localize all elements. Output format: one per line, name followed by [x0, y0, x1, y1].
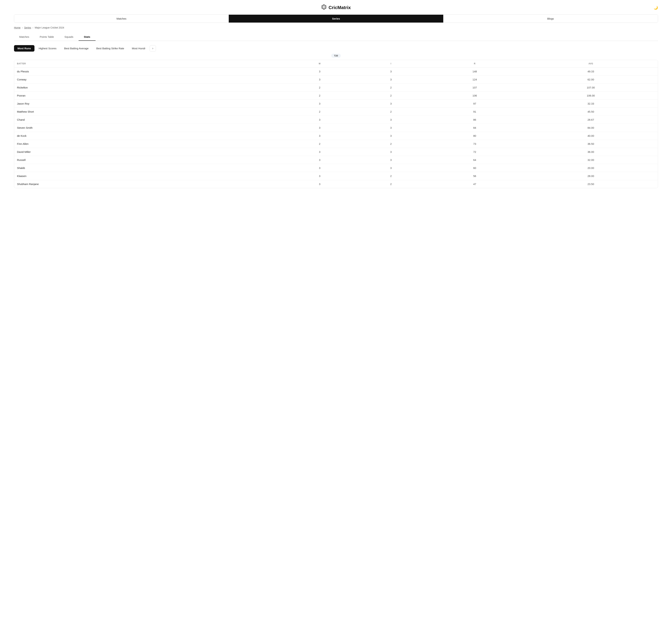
sub-nav-squads[interactable]: Squads [59, 33, 78, 41]
batter-name: Klaasen [14, 172, 283, 180]
dark-mode-icon[interactable]: 🌙 [654, 6, 658, 10]
table-row: Shubham Ranjane324723.50 [14, 180, 658, 188]
matches-val: 3 [283, 68, 356, 76]
innings-val: 3 [356, 148, 426, 156]
innings-val: 2 [356, 108, 426, 116]
avg-val: 28.67 [524, 116, 658, 124]
runs-val: 73 [426, 140, 524, 148]
stats-tab-highest-scores[interactable]: Highest Scores [35, 45, 60, 52]
runs-val: 80 [426, 132, 524, 140]
stats-tabs: Most Runs Highest Scores Best Batting Av… [14, 45, 658, 52]
batter-name: Matthew Short [14, 108, 283, 116]
nav-tabs: Matches Series Blogs [14, 14, 658, 23]
stats-table-container: BATTER M I R AVG du Plessis3314849.33Con… [14, 60, 658, 188]
col-r: R [426, 60, 524, 68]
col-avg: AVG [524, 60, 658, 68]
header: CricMatrix 🌙 [0, 0, 672, 14]
batter-name: Jason Roy [14, 100, 283, 108]
avg-val: 45.50 [524, 108, 658, 116]
avg-val: 106.00 [524, 92, 658, 100]
batter-name: Steven Smith [14, 124, 283, 132]
matches-val: 3 [283, 76, 356, 84]
sub-nav-points-table[interactable]: Points Table [35, 33, 59, 41]
avg-val: 49.33 [524, 68, 658, 76]
sub-nav-stats[interactable]: Stats [78, 33, 96, 41]
svg-marker-1 [323, 6, 325, 8]
matches-val: 2 [283, 84, 356, 92]
nav-tab-matches[interactable]: Matches [14, 15, 229, 22]
nav-tab-blogs[interactable]: Blogs [443, 15, 658, 22]
batter-name: Conway [14, 76, 283, 84]
batter-name: Chand [14, 116, 283, 124]
matches-val: 3 [283, 180, 356, 188]
avg-val: 20.00 [524, 164, 658, 172]
matches-val: 2 [283, 140, 356, 148]
table-row: Rickelton22107107.00 [14, 84, 658, 92]
runs-val: 47 [426, 180, 524, 188]
runs-val: 72 [426, 148, 524, 156]
innings-val: 3 [356, 116, 426, 124]
table-row: Pooran22106106.00 [14, 92, 658, 100]
table-row: Klaasen325628.00 [14, 172, 658, 180]
runs-val: 124 [426, 76, 524, 84]
innings-val: 3 [356, 76, 426, 84]
breadcrumb-series[interactable]: Series [24, 26, 31, 29]
innings-val: 3 [356, 68, 426, 76]
runs-val: 56 [426, 172, 524, 180]
runs-val: 86 [426, 116, 524, 124]
stats-tab-more[interactable]: › [149, 45, 156, 52]
matches-val: 3 [283, 172, 356, 180]
innings-val: 2 [356, 180, 426, 188]
breadcrumb: Home › Series › Major League Cricket 202… [0, 26, 672, 33]
breadcrumb-current: Major League Cricket 2024 [35, 26, 64, 29]
table-row: Steven Smith338484.00 [14, 124, 658, 132]
table-row: Jason Roy339732.33 [14, 100, 658, 108]
matches-val: 2 [283, 92, 356, 100]
col-batter: BATTER [14, 60, 283, 68]
avg-val: 28.00 [524, 172, 658, 180]
format-badge: T20 [0, 54, 672, 58]
stats-tab-best-strike-rate[interactable]: Best Batting Strike Rate [93, 45, 128, 52]
matches-val: 3 [283, 164, 356, 172]
stats-tab-most-runs[interactable]: Most Runs [14, 45, 35, 52]
table-row: Russell336432.00 [14, 156, 658, 164]
table-row: de Kock338040.00 [14, 132, 658, 140]
sub-nav: Matches Points Table Squads Stats [14, 33, 658, 41]
avg-val: 32.33 [524, 100, 658, 108]
innings-val: 3 [356, 164, 426, 172]
stats-tab-best-batting-avg[interactable]: Best Batting Average [61, 45, 92, 52]
runs-val: 148 [426, 68, 524, 76]
matches-val: 3 [283, 124, 356, 132]
runs-val: 60 [426, 164, 524, 172]
avg-val: 62.00 [524, 76, 658, 84]
sub-nav-matches[interactable]: Matches [14, 33, 35, 41]
avg-val: 23.50 [524, 180, 658, 188]
innings-val: 2 [356, 84, 426, 92]
stats-tab-most-hundreds[interactable]: Most Hundr [128, 45, 149, 52]
batter-name: David Miller [14, 148, 283, 156]
runs-val: 106 [426, 92, 524, 100]
table-row: Finn Allen227336.50 [14, 140, 658, 148]
batter-name: Russell [14, 156, 283, 164]
matches-val: 3 [283, 148, 356, 156]
runs-val: 64 [426, 156, 524, 164]
innings-val: 2 [356, 140, 426, 148]
nav-tab-series[interactable]: Series [229, 15, 443, 22]
stats-table: BATTER M I R AVG du Plessis3314849.33Con… [14, 60, 658, 188]
table-row: Chand338628.67 [14, 116, 658, 124]
batter-name: du Plessis [14, 68, 283, 76]
breadcrumb-sep1: › [22, 26, 23, 29]
breadcrumb-home[interactable]: Home [14, 26, 20, 29]
runs-val: 107 [426, 84, 524, 92]
batter-name: Shakib [14, 164, 283, 172]
innings-val: 2 [356, 92, 426, 100]
matches-val: 2 [283, 108, 356, 116]
logo-text: CricMatrix [328, 5, 351, 10]
avg-val: 84.00 [524, 124, 658, 132]
table-row: Shakib336020.00 [14, 164, 658, 172]
avg-val: 36.00 [524, 148, 658, 156]
batter-name: Finn Allen [14, 140, 283, 148]
table-row: du Plessis3314849.33 [14, 68, 658, 76]
batter-name: Pooran [14, 92, 283, 100]
innings-val: 3 [356, 124, 426, 132]
